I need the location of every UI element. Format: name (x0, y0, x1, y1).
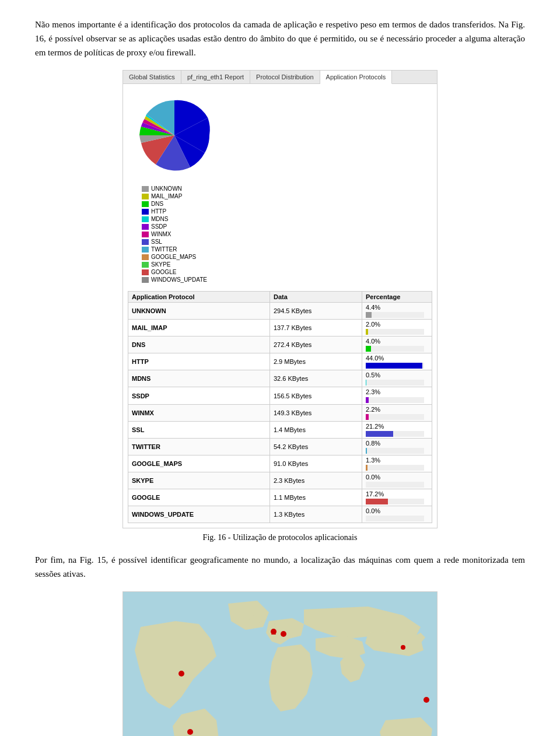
legend-color-mdns (142, 216, 149, 222)
legend-label-unknown: UNKNOWN (151, 185, 182, 192)
cell-data: 1.4 MBytes (270, 421, 362, 438)
cell-data: 91.0 KBytes (270, 455, 362, 472)
legend-item: SKYPE (142, 261, 207, 268)
table-row: TWITTER54.2 KBytes0.8% (128, 438, 432, 455)
table-row: GOOGLE_MAPS91.0 KBytes1.3% (128, 455, 432, 472)
pin-north-america (178, 671, 184, 677)
legend-item: MAIL_IMAP (142, 193, 207, 199)
cell-percentage: 2.3% (362, 387, 432, 404)
cell-protocol: SSL (128, 421, 270, 438)
table-row: GOOGLE1.1 MBytes17.2% (128, 489, 432, 506)
cell-percentage: 1.3% (362, 455, 432, 472)
bar-inner (366, 448, 367, 454)
bar-outer (366, 448, 424, 454)
legend-item: UNKNOWN (142, 185, 207, 192)
cell-percentage: 0.5% (362, 370, 432, 387)
cell-percentage: 0.0% (362, 472, 432, 489)
legend-label-mdns: MDNS (151, 216, 168, 222)
cell-data: 1.1 MBytes (270, 489, 362, 506)
percentage-text: 2.3% (366, 388, 380, 395)
cell-protocol: WINDOWS_UPDATE (128, 506, 270, 523)
table-row: SSL1.4 MBytes21.2% (128, 421, 432, 438)
cell-protocol: TWITTER (128, 438, 270, 455)
pin-south-america (187, 729, 193, 735)
cell-percentage: 2.0% (362, 320, 432, 337)
chart-left: UNKNOWN MAIL_IMAP DNS HTTP (128, 89, 221, 284)
bar-inner (366, 499, 388, 504)
percentage-text: 0.5% (366, 371, 380, 378)
cell-data: 2.9 MBytes (270, 353, 362, 370)
bar-outer (366, 431, 424, 437)
col-header-percentage: Percentage (362, 292, 432, 303)
table-row: WINDOWS_UPDATE1.3 KBytes0.0% (128, 506, 432, 523)
tab-pf-ring-report[interactable]: pf_ring_eth1 Report (181, 71, 250, 83)
legend-label-winmx: WINMX (151, 231, 171, 237)
table-row: SKYPE2.3 KBytes0.0% (128, 472, 432, 489)
bar-outer (366, 414, 424, 420)
bar-outer (366, 482, 424, 488)
pie-chart (128, 89, 221, 182)
tab-application-protocols[interactable]: Application Protocols (320, 71, 393, 84)
cell-percentage: 4.4% (362, 303, 432, 320)
legend-item: MDNS (142, 216, 207, 222)
legend-color-google (142, 269, 149, 275)
cell-protocol: SKYPE (128, 472, 270, 489)
legend-label-google: GOOGLE (151, 269, 176, 275)
cell-percentage: 21.2% (362, 421, 432, 438)
legend-label-dns: DNS (151, 201, 163, 207)
cell-data: 156.5 KBytes (270, 387, 362, 404)
col-header-data: Data (270, 292, 362, 303)
cell-percentage: 2.2% (362, 404, 432, 421)
legend-label-ssdp: SSDP (151, 223, 167, 230)
cell-data: 54.2 KBytes (270, 438, 362, 455)
pin-europe-2 (281, 631, 286, 637)
legend-item: WINDOWS_UPDATE (142, 276, 207, 283)
legend-label-http: HTTP (151, 208, 166, 215)
legend-label-google-maps: GOOGLE_MAPS (151, 254, 196, 260)
bar-outer (366, 312, 424, 318)
percentage-text: 0.0% (366, 474, 380, 481)
cell-data: 149.3 KBytes (270, 404, 362, 421)
figure-16: Global Statistics pf_ring_eth1 Report Pr… (35, 70, 525, 542)
cell-data: 137.7 KBytes (270, 320, 362, 337)
legend-item: GOOGLE (142, 269, 207, 275)
cell-protocol: WINMX (128, 404, 270, 421)
percentage-text: 2.0% (366, 321, 380, 328)
bar-inner (366, 397, 369, 403)
bar-outer (366, 346, 424, 352)
pin-east-asia (401, 645, 405, 650)
pin-asia (424, 697, 429, 703)
percentage-text: 1.3% (366, 457, 380, 464)
cell-percentage: 0.8% (362, 438, 432, 455)
percentage-text: 4.0% (366, 338, 380, 345)
ntop-panel: Global Statistics pf_ring_eth1 Report Pr… (123, 70, 438, 528)
legend-color-ssl (142, 239, 149, 245)
col-header-protocol: Application Protocol (128, 292, 270, 303)
bar-outer (366, 465, 424, 471)
bar-outer (366, 329, 424, 335)
fig16-caption: Fig. 16 - Utilização de protocolos aplic… (35, 533, 525, 542)
cell-protocol: GOOGLE (128, 489, 270, 506)
legend-color-windows-update (142, 277, 149, 283)
bar-inner (366, 363, 422, 369)
tab-protocol-distribution[interactable]: Protocol Distribution (250, 71, 320, 83)
tab-global-statistics[interactable]: Global Statistics (123, 71, 181, 83)
bar-outer (366, 363, 424, 369)
cell-protocol: DNS (128, 337, 270, 353)
legend-color-dns (142, 201, 149, 207)
bar-inner (366, 465, 368, 471)
cell-percentage: 4.0% (362, 337, 432, 353)
table-row: MDNS32.6 KBytes0.5% (128, 370, 432, 387)
cell-percentage: 44.0% (362, 353, 432, 370)
bar-outer (366, 516, 424, 521)
table-row: HTTP2.9 MBytes44.0% (128, 353, 432, 370)
bar-outer (366, 499, 424, 504)
paragraph-1: Não menos importante é a identificação d… (35, 17, 525, 59)
map-svg (123, 592, 438, 736)
cell-data: 272.4 KBytes (270, 337, 362, 353)
bar-inner (366, 346, 371, 352)
legend-item: HTTP (142, 208, 207, 215)
legend-label-mail-imap: MAIL_IMAP (151, 193, 182, 199)
world-map: Map Satellite ⊕ + − (123, 591, 438, 736)
protocol-table: Application Protocol Data Percentage UNK… (128, 291, 432, 523)
